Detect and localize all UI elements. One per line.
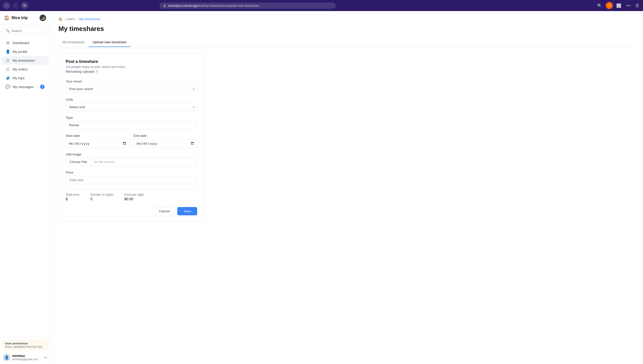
sidebar-item-my-timeshares[interactable]: ⊡ My timeshares [2, 56, 49, 65]
type-label: Type [66, 116, 197, 119]
user-permission-title: User permission [5, 342, 45, 345]
logo-text: Nice trip [12, 16, 28, 20]
user-email: minhduc@gmail.com [12, 358, 42, 361]
sidebar-item-my-profile[interactable]: 👤 My profile [2, 47, 49, 56]
form-card: Post a timeshare Let people enjoy at you… [58, 53, 205, 222]
add-image-label: Add image [66, 152, 197, 156]
breadcrumb-home-icon[interactable]: 🏠 [58, 17, 62, 21]
per-night-label: Price per night: [124, 193, 145, 196]
sidebar-search[interactable]: 🔍 [3, 27, 47, 34]
units-select-wrapper: Select unit [66, 103, 197, 111]
search-icon: 🔍 [6, 29, 10, 33]
menu-button[interactable]: ☰ [634, 2, 640, 9]
breadcrumb-sep-2: › [77, 17, 78, 21]
app-container: 🏠 Nice trip 🌙 🔍 ⊞ Dashboard 👤 My profile… [0, 11, 643, 364]
form-actions: Cancel Save [66, 207, 197, 215]
sidebar-item-dashboard[interactable]: ⊞ Dashboard [2, 38, 49, 47]
per-night-value: $0.00 [124, 197, 145, 201]
sidebar-item-my-orders[interactable]: 🛒 My orders [2, 65, 49, 73]
form-card-title: Post a timeshare [66, 59, 197, 64]
browser-right-icons: 🔍 🛡 ⬜ 👓 ☰ [596, 2, 640, 9]
url-security-icon: 🔒 [163, 4, 166, 7]
orders-icon: 🛒 [6, 67, 10, 71]
start-date-label: Start date [66, 134, 129, 138]
cancel-button[interactable]: Cancel [154, 207, 175, 215]
sidebar: 🏠 Nice trip 🌙 🔍 ⊞ Dashboard 👤 My profile… [0, 11, 50, 364]
resort-label: Your resort [66, 79, 197, 83]
end-date-group: End date [133, 134, 197, 148]
form-card-desc: Let people enjoy at your resort and more… [66, 65, 197, 69]
total-price-label: Total price: [66, 193, 80, 196]
user-info: minhduc minhduc@gmail.com [12, 354, 42, 361]
user-permission-box: User permission ROLE: MEMBER PROTECTED [3, 340, 48, 350]
date-row: Start date End date [66, 134, 197, 152]
trips-icon: 🧳 [6, 76, 10, 80]
sidebar-item-label: My trips [13, 76, 24, 80]
breadcrumb-current: My timeshares [79, 17, 100, 21]
back-button[interactable]: ‹ [3, 2, 10, 9]
nights-label: Number of nights: [90, 193, 114, 196]
sidebar-footer: User permission ROLE: MEMBER PROTECTED 👤… [0, 337, 50, 364]
reader-mode-button[interactable]: 👓 [625, 2, 632, 9]
tabs: My timeshares Upload new timeshare [58, 38, 635, 47]
sidebar-header: 🏠 Nice trip 🌙 [0, 11, 50, 25]
profile-icon: 👤 [6, 49, 10, 54]
add-image-group: Add image Choose File No file chosen [66, 152, 197, 166]
sidebar-item-label: My timeshares [13, 59, 35, 62]
price-group: Price [66, 171, 197, 184]
breadcrumb-users[interactable]: Users [66, 17, 75, 21]
browser-chrome: ‹ › ↻ 🔒 nicetripvn.vercel.app/me/my-time… [0, 0, 643, 11]
logout-button[interactable]: ↪ [44, 355, 47, 360]
search-button[interactable]: 🔍 [596, 2, 603, 9]
start-date-input[interactable] [66, 139, 129, 148]
main-content: 🏠 › Users › My timeshares My timeshares … [50, 11, 643, 364]
avatar: 👤 [3, 354, 10, 361]
reload-button[interactable]: ↻ [21, 2, 28, 9]
price-input[interactable] [66, 176, 197, 184]
timeshares-icon: ⊡ [6, 58, 10, 63]
sidebar-item-my-trips[interactable]: 🧳 My trips [2, 74, 49, 82]
tab-upload-new-timeshare[interactable]: Upload new timeshare [89, 38, 130, 47]
address-bar[interactable]: 🔒 nicetripvn.vercel.app/me/my-timeshares… [159, 3, 336, 9]
forward-button[interactable]: › [12, 2, 19, 9]
messages-icon: 💬 [6, 85, 10, 89]
split-view-button[interactable]: ⬜ [615, 2, 622, 9]
tab-my-timeshares[interactable]: My timeshares [58, 38, 89, 47]
messages-badge: 4 [40, 85, 45, 89]
file-input-wrapper: Choose File No file chosen [66, 158, 197, 166]
resort-select[interactable]: Find your resort [66, 85, 197, 93]
breadcrumb-sep-1: › [64, 17, 65, 21]
save-button[interactable]: Save [177, 207, 197, 215]
sidebar-nav: ⊞ Dashboard 👤 My profile ⊡ My timeshares… [0, 37, 50, 337]
units-select[interactable]: Select unit [66, 103, 197, 111]
units-group: Units Select unit [66, 98, 197, 111]
logo-icon: 🏠 [4, 15, 10, 21]
dashboard-icon: ⊞ [6, 41, 10, 45]
type-select[interactable]: Rental Exchange Sale [66, 121, 197, 129]
choose-file-button[interactable]: Choose File [66, 158, 91, 166]
theme-toggle-button[interactable]: 🌙 [40, 15, 46, 21]
units-label: Units [66, 98, 197, 101]
end-date-label: End date [133, 134, 197, 138]
sidebar-item-my-messages[interactable]: 💬 My messages 4 [2, 83, 49, 91]
nights-item: Number of nights: 0 [90, 193, 114, 201]
price-summary: Total price: $ Number of nights: 0 Price… [66, 189, 197, 201]
per-night-item: Price per night: $0.00 [124, 193, 145, 201]
type-group: Type Rental Exchange Sale [66, 116, 197, 129]
sidebar-item-label: My messages [13, 85, 33, 89]
resort-group: Your resort Find your resort [66, 79, 197, 93]
search-input[interactable] [11, 29, 44, 33]
user-profile-row: 👤 minhduc minhduc@gmail.com ↪ [0, 352, 50, 364]
sidebar-logo: 🏠 Nice trip [4, 15, 28, 21]
resort-select-wrapper: Find your resort [66, 85, 197, 93]
total-price-value: $ [66, 197, 80, 201]
url-text: nicetripvn.vercel.app/me/my-timeshares/u… [168, 4, 259, 8]
remaining-uploads: Remaining Uploads: 7 [66, 70, 197, 73]
brave-shield-icon[interactable]: 🛡 [606, 2, 613, 9]
sidebar-item-label: My profile [13, 50, 27, 54]
end-date-input[interactable] [133, 139, 197, 148]
user-name: minhduc [12, 354, 42, 358]
sidebar-item-label: Dashboard [13, 41, 29, 45]
price-label: Price [66, 171, 197, 174]
breadcrumb: 🏠 › Users › My timeshares [58, 17, 635, 21]
